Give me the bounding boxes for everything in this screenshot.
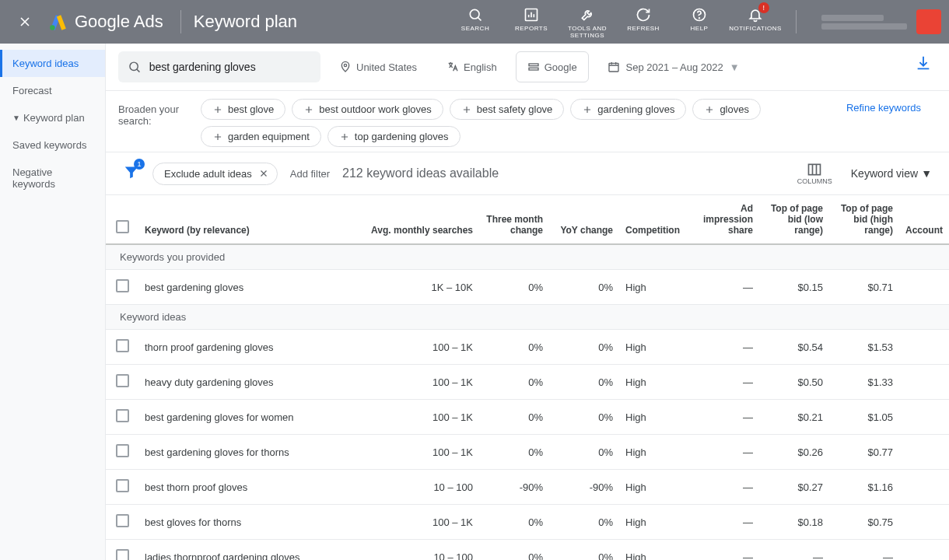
row-checkbox[interactable] <box>116 549 129 560</box>
brand-text: Google Ads <box>75 12 163 32</box>
cell-three-month: -90% <box>479 470 549 505</box>
cell-ad-impression: — <box>689 400 759 435</box>
broaden-chip[interactable]: gardening gloves <box>570 99 686 120</box>
tool-reports[interactable]: REPORTS <box>503 4 559 33</box>
cell-account <box>899 540 949 561</box>
cell-top-high: $0.75 <box>829 505 899 540</box>
sidebar-item-negative-keywords[interactable]: Negative keywords <box>0 159 105 198</box>
cell-three-month: 0% <box>479 365 549 400</box>
columns-button[interactable]: COLUMNS <box>797 162 832 185</box>
close-icon[interactable] <box>17 14 33 30</box>
sidebar-item-forecast[interactable]: Forecast <box>0 77 105 104</box>
search-icon <box>467 7 483 23</box>
cell-top-low: $0.18 <box>759 505 829 540</box>
select-all-checkbox[interactable] <box>116 220 129 233</box>
sidebar-item-keyword-ideas[interactable]: Keyword ideas <box>0 50 105 77</box>
col-ad-impression[interactable]: Ad impression share <box>689 195 759 244</box>
table-row[interactable]: best gardening gloves for women100 – 1K0… <box>106 400 949 435</box>
reports-icon <box>524 7 539 23</box>
tool-tools-settings[interactable]: TOOLS AND SETTINGS <box>559 4 615 40</box>
cell-keyword: best gloves for thorns <box>138 505 362 540</box>
col-top-low[interactable]: Top of page bid (low range) <box>759 195 829 244</box>
filter-chip-exclude-adult[interactable]: Exclude adult ideas <box>152 163 278 185</box>
broaden-chip[interactable]: top gardening gloves <box>327 126 460 147</box>
cell-avg: 100 – 1K <box>362 365 479 400</box>
table-row[interactable]: best gardening gloves for thorns100 – 1K… <box>106 435 949 470</box>
cell-keyword: ladies thornproof gardening gloves <box>138 540 362 561</box>
cell-top-low: $0.50 <box>759 365 829 400</box>
network-icon <box>527 61 540 73</box>
row-checkbox[interactable] <box>116 514 129 527</box>
col-top-high[interactable]: Top of page bid (high range) <box>829 195 899 244</box>
table-row[interactable]: heavy duty gardening gloves100 – 1K0%0%H… <box>106 365 949 400</box>
sidebar-item-saved-keywords[interactable]: Saved keywords <box>0 131 105 159</box>
table-row[interactable]: best gardening gloves1K – 10K0%0%High—$0… <box>106 270 949 305</box>
keyword-view-toggle[interactable]: Keyword view▼ <box>851 167 932 180</box>
broaden-chip[interactable]: best safety glove <box>450 99 565 120</box>
cell-yoy: 0% <box>549 540 619 561</box>
cell-ad-impression: — <box>689 365 759 400</box>
add-filter-button[interactable]: Add filter <box>290 168 330 180</box>
col-avg-searches[interactable]: Avg. monthly searches <box>362 195 479 244</box>
cell-avg: 10 – 100 <box>362 470 479 505</box>
row-checkbox[interactable] <box>116 339 129 352</box>
table-section-header: Keyword ideas <box>106 305 949 330</box>
row-checkbox[interactable] <box>116 409 129 422</box>
col-three-month[interactable]: Three month change <box>479 195 549 244</box>
col-competition[interactable]: Competition <box>619 195 689 244</box>
row-checkbox[interactable] <box>116 374 129 387</box>
account-area[interactable] <box>821 9 941 34</box>
sidebar-item-keyword-plan[interactable]: ▼Keyword plan <box>0 104 105 131</box>
broaden-chip[interactable]: garden equipment <box>201 126 321 147</box>
divider <box>180 10 181 33</box>
chevron-down-icon: ▼ <box>921 167 932 180</box>
tool-search[interactable]: SEARCH <box>447 4 503 33</box>
cell-three-month: 0% <box>479 435 549 470</box>
cell-account <box>899 270 949 305</box>
location-selector[interactable]: United States <box>328 51 428 82</box>
svg-point-6 <box>344 64 346 66</box>
row-checkbox[interactable] <box>116 279 129 292</box>
cell-avg: 1K – 10K <box>362 270 479 305</box>
col-yoy[interactable]: YoY change <box>549 195 619 244</box>
tool-notifications[interactable]: NOTIFICATIONS! <box>727 4 783 33</box>
cell-avg: 100 – 1K <box>362 400 479 435</box>
close-icon[interactable] <box>258 168 269 179</box>
search-box[interactable] <box>118 51 320 82</box>
cell-three-month: 0% <box>479 540 549 561</box>
table-row[interactable]: ladies thornproof gardening gloves10 – 1… <box>106 540 949 561</box>
row-checkbox[interactable] <box>116 479 129 492</box>
col-keyword[interactable]: Keyword (by relevance) <box>138 195 362 244</box>
page-title: Keyword plan <box>194 12 297 32</box>
table-row[interactable]: best gloves for thorns100 – 1K0%0%High—$… <box>106 505 949 540</box>
plus-icon <box>582 104 593 115</box>
app-header: Google Ads Keyword plan SEARCH REPORTS T… <box>0 0 949 44</box>
ideas-count: 212 keyword ideas available <box>342 166 499 180</box>
svg-rect-8 <box>529 68 538 70</box>
network-selector[interactable]: Google <box>516 51 589 82</box>
broaden-chip[interactable]: best outdoor work gloves <box>292 99 443 120</box>
tool-help[interactable]: HELP <box>671 4 727 33</box>
col-account[interactable]: Account <box>899 195 949 244</box>
broaden-chip[interactable]: best glove <box>201 99 285 120</box>
chevron-down-icon: ▼ <box>12 114 20 122</box>
refine-keywords-link[interactable]: Refine keywords <box>831 99 937 117</box>
results-table: Keyword (by relevance) Avg. monthly sear… <box>106 195 949 560</box>
broaden-chip[interactable]: gloves <box>692 99 761 120</box>
cell-competition: High <box>619 400 689 435</box>
table-row[interactable]: best thorn proof gloves10 – 100-90%-90%H… <box>106 470 949 505</box>
columns-icon <box>807 162 822 177</box>
download-icon[interactable] <box>915 54 932 72</box>
date-range-selector[interactable]: Sep 2021 – Aug 2022▼ <box>597 51 751 82</box>
cell-three-month: 0% <box>479 330 549 365</box>
filter-icon-button[interactable]: 1 <box>123 163 140 184</box>
table-row[interactable]: thorn proof gardening gloves100 – 1K0%0%… <box>106 330 949 365</box>
plus-icon <box>461 104 472 115</box>
search-input[interactable] <box>149 61 311 73</box>
row-checkbox[interactable] <box>116 444 129 457</box>
divider <box>796 10 797 33</box>
language-selector[interactable]: English <box>436 51 508 82</box>
table-section-header: Keywords you provided <box>106 244 949 270</box>
tool-refresh[interactable]: REFRESH <box>615 4 671 33</box>
avatar[interactable] <box>916 9 941 34</box>
